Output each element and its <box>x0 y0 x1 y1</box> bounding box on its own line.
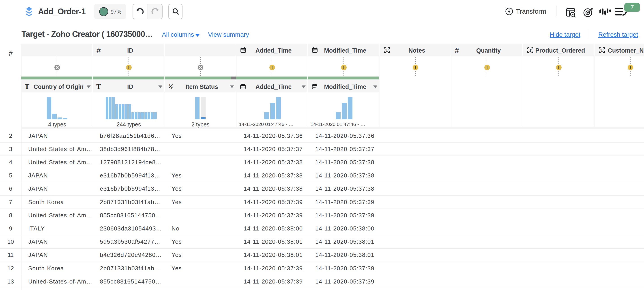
svg-text:T: T <box>600 47 603 52</box>
svg-text:T: T <box>385 47 388 52</box>
svg-text:T: T <box>529 47 532 52</box>
svg-text:F: F <box>171 86 173 89</box>
